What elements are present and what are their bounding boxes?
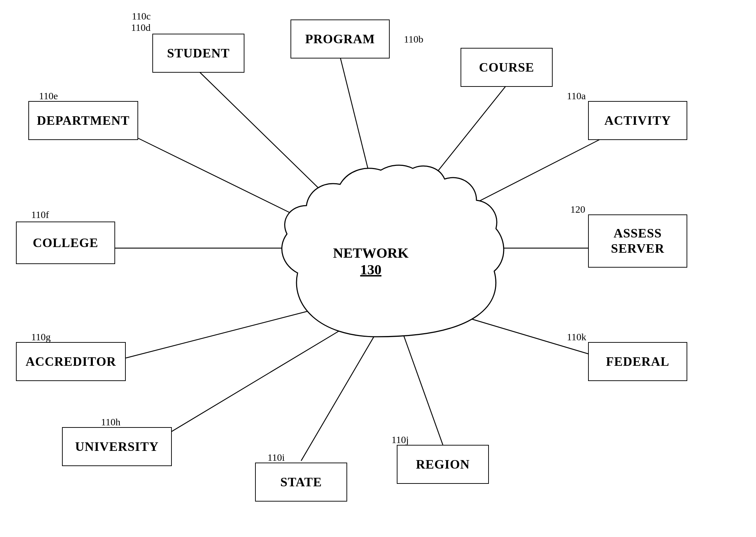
label-university-ref: 110h — [101, 416, 120, 428]
label-assess-ref: 120 — [570, 204, 585, 215]
network-title: NETWORK — [333, 245, 408, 261]
network-label: NETWORK 130 — [333, 245, 408, 278]
label-student-ref: 110d — [131, 22, 151, 33]
label-course-ref: 110b — [404, 34, 423, 45]
node-activity: ACTIVITY — [588, 101, 687, 140]
node-federal: FEDERAL — [588, 342, 687, 381]
label-department-ref: 110e — [39, 90, 58, 102]
label-accreditor-ref: 110g — [31, 331, 51, 343]
label-region-ref: 110j — [391, 434, 409, 446]
label-state-ref: 110i — [267, 452, 285, 463]
node-accreditor: ACCREDITOR — [16, 342, 126, 381]
node-region: REGION — [397, 445, 489, 484]
node-college: COLLEGE — [16, 222, 115, 264]
network-number: 130 — [333, 261, 408, 278]
node-university: UNIVERSITY — [62, 427, 172, 466]
node-state: STATE — [255, 463, 347, 502]
node-student: STUDENT — [152, 34, 244, 73]
node-assess-server: ASSESS SERVER — [588, 214, 687, 268]
label-activity-ref: 110a — [567, 90, 586, 102]
label-program-ref: 110c — [132, 11, 151, 22]
node-course: COURSE — [461, 48, 553, 87]
node-department: DEPARTMENT — [28, 101, 138, 140]
diagram-container: NETWORK 130 110c PROGRAM 110d STUDENT 11… — [0, 0, 756, 537]
label-college-ref: 110f — [31, 209, 49, 220]
node-program: PROGRAM — [290, 19, 390, 58]
label-federal-ref: 110k — [567, 331, 586, 343]
